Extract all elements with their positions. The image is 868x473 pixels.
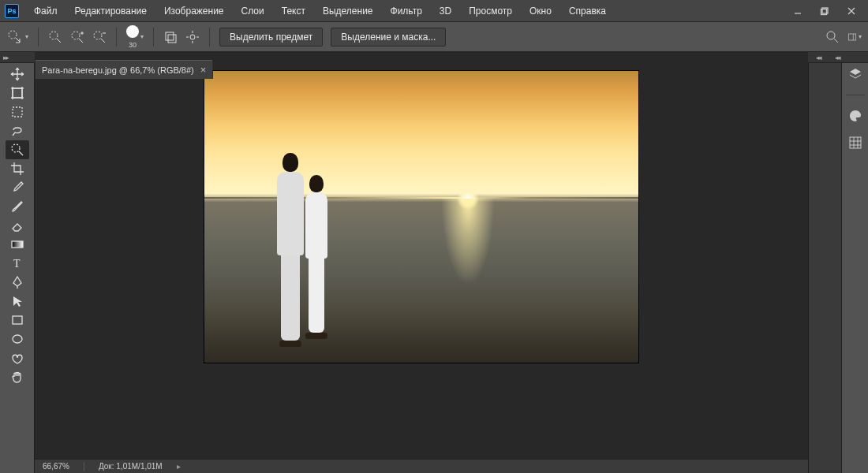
svg-text:T: T [13,258,21,270]
document-tab[interactable]: Para-na-beregu.jpg @ 66,7% (RGB/8#) × [35,60,213,79]
search-icon[interactable] [825,30,840,44]
svg-point-32 [12,144,20,152]
current-tool-indicator[interactable]: ▾ [6,28,28,46]
svg-point-37 [13,335,22,343]
divider [116,28,117,47]
dock-collapse-strip[interactable]: ◂◂ ◂◂ [808,52,868,63]
svg-point-5 [9,31,17,39]
svg-rect-36 [13,316,22,324]
marquee-tool[interactable] [6,102,29,121]
svg-rect-34 [12,241,23,248]
menu-edit[interactable]: Редактирование [68,2,154,20]
image-sun-reflection [441,199,495,285]
document-tab-title: Para-na-beregu.jpg @ 66,7% (RGB/8#) [42,65,194,75]
brush-size-value: 30 [127,41,138,49]
work-area: ▸▸ ◂◂ ◂◂ T Para-na-beregu.jpg @ 66,7% (R… [0,52,868,473]
svg-line-13 [101,39,105,43]
canvas-area[interactable]: 66,67% Док: 1,01M/1,01M ▸ [35,52,808,473]
lasso-tool[interactable] [6,121,29,140]
svg-point-8 [72,32,80,39]
brush-size-preset[interactable]: 30 ▾ [126,25,144,49]
menu-image[interactable]: Изображение [157,2,231,20]
menu-file[interactable]: Файл [27,2,65,20]
new-selection-icon[interactable] [48,30,62,44]
svg-point-17 [190,35,195,39]
menu-select[interactable]: Выделение [316,2,380,20]
status-docsize-value: 1,01M/1,01M [116,462,162,471]
svg-rect-31 [13,107,22,117]
tools-toolbar: T [0,52,35,473]
hand-tool[interactable] [6,367,29,386]
select-subject-button[interactable]: Выделить предмет [219,28,323,47]
quick-selection-tool[interactable] [6,140,29,159]
app-logo-text: Ps [7,7,16,15]
image-canvas[interactable] [204,71,638,363]
svg-point-22 [827,32,835,39]
eyedropper-tool[interactable] [6,178,29,197]
svg-rect-24 [848,34,855,40]
sample-all-layers-icon[interactable] [163,30,178,44]
svg-line-7 [57,39,61,43]
move-tool[interactable] [6,65,29,84]
color-panel-icon[interactable] [847,108,863,124]
divider [846,95,865,95]
document-tab-strip: Para-na-beregu.jpg @ 66,7% (RGB/8#) × [35,60,213,79]
add-to-selection-icon[interactable] [70,30,84,44]
rectangle-tool[interactable] [6,311,29,330]
custom-shape-tool[interactable] [6,348,29,367]
options-bar: ▾ 30 ▾ Выделить предмет Выделение и маск… [0,22,868,52]
window-minimize-button[interactable] [788,4,808,18]
layers-panel-icon[interactable] [847,66,863,82]
menu-help[interactable]: Справка [562,2,613,20]
menu-window[interactable]: Окно [522,2,559,20]
chevron-down-icon: ▾ [859,33,862,40]
eraser-tool[interactable] [6,216,29,235]
subtract-from-selection-icon[interactable] [92,30,107,44]
svg-rect-26 [13,88,22,98]
toolbar-collapse-strip[interactable]: ▸▸ [0,52,35,63]
window-restore-button[interactable] [814,4,835,18]
menu-layers[interactable]: Слои [234,2,271,20]
app-logo: Ps [5,4,19,18]
status-docsize-label: Док: [99,462,114,471]
divider [209,28,210,47]
chevron-down-icon: ▾ [25,33,28,40]
type-tool[interactable]: T [6,254,29,273]
select-and-mask-button[interactable]: Выделение и маска... [331,28,446,47]
workspace-switcher-icon[interactable]: ▾ [847,30,862,44]
menu-view[interactable]: Просмотр [462,2,519,20]
expand-left-icon: ◂◂ [835,54,840,61]
status-zoom[interactable]: 66,67% [43,462,69,471]
svg-line-33 [19,151,23,155]
chevron-right-icon[interactable]: ▸ [177,462,181,471]
expand-right-icon: ▸▸ [3,54,8,61]
svg-point-6 [50,32,58,39]
close-icon[interactable]: × [200,64,207,76]
path-selection-tool[interactable] [6,292,29,311]
brush-tool[interactable] [6,197,29,216]
pen-tool[interactable] [6,273,29,292]
menu-type[interactable]: Текст [275,2,312,20]
crop-tool[interactable] [6,159,29,178]
swatches-panel-icon[interactable] [847,135,863,151]
right-dock [841,52,868,473]
expand-left-icon: ◂◂ [816,54,821,61]
menu-filter[interactable]: Фильтр [383,2,429,20]
right-gutter [808,52,841,473]
svg-line-23 [834,39,838,43]
svg-rect-38 [850,137,861,148]
window-close-button[interactable] [841,4,862,18]
svg-rect-16 [168,35,176,43]
divider [153,28,154,47]
auto-enhance-icon[interactable] [185,30,200,44]
brush-dot-icon [126,25,139,38]
menu-3d[interactable]: 3D [432,2,458,20]
ellipse-tool[interactable] [6,330,29,348]
artboard-tool[interactable] [6,84,29,102]
image-horizon [204,197,638,199]
status-bar: 66,67% Док: 1,01M/1,01M ▸ [35,459,808,473]
chevron-down-icon: ▾ [140,33,144,40]
svg-point-12 [94,32,102,39]
svg-line-9 [79,39,83,43]
gradient-tool[interactable] [6,235,29,254]
